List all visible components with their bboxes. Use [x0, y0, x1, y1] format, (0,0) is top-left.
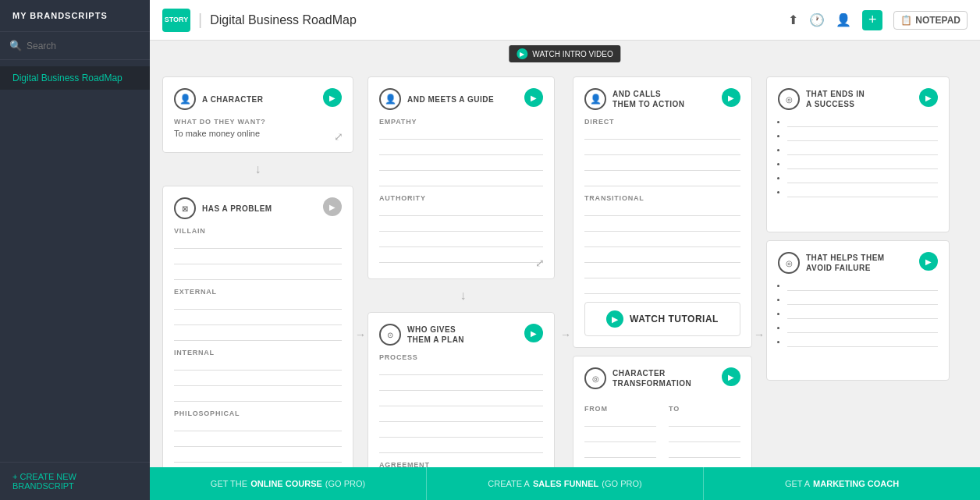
action-icon: 👤	[584, 88, 606, 110]
topbar-left: STORY | Digital Business RoadMap	[162, 9, 357, 32]
transitional-line-2[interactable]	[584, 221, 740, 232]
success-bullet-line-6[interactable]	[787, 188, 938, 197]
from-line-2[interactable]	[584, 431, 656, 442]
empathy-line-2[interactable]	[379, 144, 543, 155]
process-line-4[interactable]	[379, 411, 543, 422]
villain-line-1[interactable]	[174, 238, 342, 249]
to-line-4[interactable]	[669, 463, 740, 467]
card-header-character: 👤 A CHARACTER	[174, 88, 342, 110]
process-line-5[interactable]	[379, 427, 543, 438]
topbar-separator: |	[198, 11, 202, 29]
philosophical-line-2[interactable]	[174, 436, 342, 447]
direct-line-2[interactable]	[584, 144, 740, 155]
search-input[interactable]	[27, 41, 140, 51]
play-button-transformation[interactable]: ▶	[722, 367, 740, 386]
notepad-label: NOTEPAD	[915, 15, 960, 26]
watch-tutorial-button[interactable]: ▶ WATCH TUTORIAL	[584, 302, 740, 336]
watch-intro-label: WATCH INTRO VIDEO	[532, 50, 612, 59]
villain-line-2[interactable]	[174, 254, 342, 264]
success-bullet-line-1[interactable]	[787, 118, 938, 127]
card-avoid-failure: ◎ THAT HELPS THEM AVOID FAILURE ▶	[766, 240, 950, 381]
play-button-failure[interactable]: ▶	[919, 252, 938, 271]
internal-line-2[interactable]	[174, 375, 342, 386]
villain-line-3[interactable]	[174, 269, 342, 280]
external-line-2[interactable]	[174, 314, 342, 325]
play-button-guide[interactable]: ▶	[524, 88, 543, 107]
philosophical-line-3[interactable]	[174, 452, 342, 463]
failure-bullet-2	[787, 296, 938, 305]
clock-icon[interactable]: 🕐	[809, 12, 825, 27]
watch-intro-video-button[interactable]: ▶ WATCH INTRO VIDEO	[509, 45, 620, 62]
success-bullet-line-5[interactable]	[787, 174, 938, 183]
empathy-line-1[interactable]	[379, 129, 543, 140]
failure-bullet-line-5[interactable]	[787, 338, 938, 347]
failure-bullet-line-3[interactable]	[787, 310, 938, 319]
play-button-character[interactable]: ▶	[323, 88, 342, 107]
from-line-1[interactable]	[584, 416, 656, 427]
empathy-line-4[interactable]	[379, 176, 543, 186]
success-icon: ◎	[778, 88, 800, 110]
notepad-button[interactable]: 📋 NOTEPAD	[893, 11, 968, 30]
external-line-1[interactable]	[174, 299, 342, 310]
create-new-button[interactable]: + CREATE NEW BRANDSCRIPT	[12, 472, 137, 491]
internal-line-1[interactable]	[174, 360, 342, 371]
play-button-plan[interactable]: ▶	[524, 324, 543, 342]
card-title-plan-line1: WHO GIVES	[407, 324, 464, 335]
direct-line-4[interactable]	[584, 176, 740, 186]
failure-bullet-line-4[interactable]	[787, 324, 938, 333]
play-button-success[interactable]: ▶	[919, 88, 938, 107]
process-line-2[interactable]	[379, 380, 543, 391]
user-icon[interactable]: 👤	[836, 12, 851, 27]
card-ends-in-success: ◎ THAT ENDS IN A SUCCESS ▶	[766, 76, 950, 232]
authority-line-1[interactable]	[379, 205, 543, 216]
bottom-section-sales-funnel[interactable]: CREATE A SALES FUNNEL (GO PRO)	[427, 467, 704, 500]
success-bullet-line-4[interactable]	[787, 160, 938, 169]
expand-icon-guide[interactable]: ⤢	[535, 257, 545, 269]
from-line-3[interactable]	[584, 447, 656, 458]
marketing-coach-highlight: MARKETING COACH	[813, 479, 899, 488]
empathy-line-3[interactable]	[379, 160, 543, 171]
success-bullet-line-3[interactable]	[787, 146, 938, 155]
bottom-section-online-course[interactable]: GET THE ONLINE COURSE (GO PRO)	[150, 467, 427, 500]
direct-line-3[interactable]	[584, 160, 740, 171]
to-line-1[interactable]	[669, 416, 740, 427]
problem-icon: ⊠	[174, 197, 196, 219]
authority-line-3[interactable]	[379, 236, 543, 247]
expand-icon-character[interactable]: ⤢	[334, 130, 343, 143]
share-icon[interactable]: ⬆	[788, 12, 798, 27]
philosophical-line-1[interactable]	[174, 420, 342, 431]
philosophical-label: PHILOSOPHICAL	[174, 410, 342, 417]
failure-bullet-line-1[interactable]	[787, 282, 938, 291]
direct-line-1[interactable]	[584, 129, 740, 140]
sidebar-item-digital-business-roadmap[interactable]: Digital Business RoadMap	[0, 66, 150, 90]
play-button-action[interactable]: ▶	[722, 88, 740, 107]
transitional-line-6[interactable]	[584, 283, 740, 294]
process-line-3[interactable]	[379, 395, 543, 406]
authority-line-4[interactable]	[379, 252, 543, 263]
card-title-success-line2: A SUCCESS	[806, 99, 865, 109]
transitional-line-3[interactable]	[584, 236, 740, 247]
transitional-line-5[interactable]	[584, 268, 740, 278]
failure-bullet-list	[778, 282, 938, 347]
failure-bullet-line-2[interactable]	[787, 296, 938, 305]
external-line-3[interactable]	[174, 330, 342, 341]
bottom-section-marketing-coach[interactable]: GET A MARKETING COACH	[704, 467, 980, 500]
column-4: ◎ THAT ENDS IN A SUCCESS ▶	[766, 76, 953, 467]
play-button-problem[interactable]: ▶	[323, 197, 342, 216]
to-line-3[interactable]	[669, 447, 740, 458]
to-line-2[interactable]	[669, 431, 740, 442]
success-bullet-line-2[interactable]	[787, 132, 938, 141]
process-line-6[interactable]	[379, 442, 543, 453]
process-line-1[interactable]	[379, 364, 543, 375]
from-line-4[interactable]	[584, 463, 656, 467]
internal-line-3[interactable]	[174, 391, 342, 402]
authority-label: AUTHORITY	[379, 194, 543, 202]
villain-label: VILLAIN	[174, 227, 342, 235]
field-value-want: To make money online	[174, 129, 342, 138]
transitional-line-1[interactable]	[584, 205, 740, 216]
authority-line-2[interactable]	[379, 221, 543, 232]
success-bullet-6	[787, 188, 938, 197]
connector-1-2: →	[353, 76, 368, 467]
add-button[interactable]: +	[862, 10, 882, 30]
transitional-line-4[interactable]	[584, 252, 740, 263]
